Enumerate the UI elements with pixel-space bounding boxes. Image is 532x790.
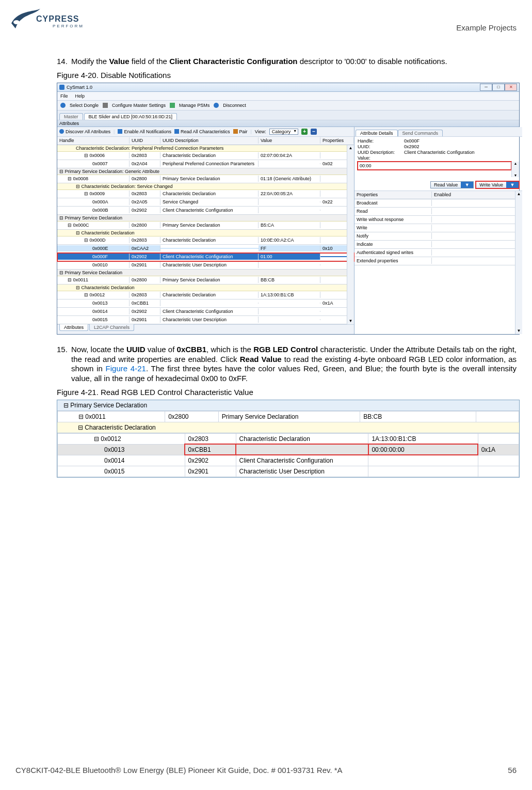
page-footer: CY8CKIT-042-BLE Bluetooth® Low Energy (B… <box>15 766 517 775</box>
bell-icon <box>118 129 122 134</box>
table-row[interactable]: 0x00130xCBB10x1A <box>57 299 354 308</box>
page-header: CYPRESS PERFORM Example Projects <box>15 10 517 36</box>
uuid-value: 0x2902 <box>404 144 420 149</box>
prop-row: Notify <box>354 232 522 241</box>
value-label: Value: <box>358 155 519 161</box>
table-row[interactable]: ⊟ 0x00080x2800Primary Service Declaratio… <box>57 175 354 183</box>
col-enabled[interactable]: Enabled <box>432 192 522 198</box>
gears-icon <box>103 103 108 108</box>
prop-row: Indicate <box>354 241 522 249</box>
col-props[interactable]: Properties <box>320 137 354 144</box>
group-cd-sc[interactable]: ⊟ Characteristic Declaration: Service Ch… <box>57 183 354 190</box>
uuiddesc-value: Client Characteristic Configuration <box>404 150 475 155</box>
col-properties[interactable]: Properties <box>354 192 432 198</box>
properties-scrollbar[interactable]: ▲▼ <box>515 191 522 334</box>
footer-page-number: 56 <box>508 766 517 775</box>
disconnect-button[interactable]: Disconnect <box>223 103 246 108</box>
attributes-section-header: Attributes <box>57 120 519 127</box>
enable-all-button[interactable]: Enable All Notifications <box>118 129 171 134</box>
attributes-left-pane: Discover All Attributes | Enable All Not… <box>57 127 354 334</box>
app-icon <box>59 85 65 90</box>
table-row[interactable]: ⊟ 0x00110x2800Primary Service Declaratio… <box>57 276 354 285</box>
table-row[interactable]: ⊟ 0x00120x2803Characteristic Declaration… <box>58 433 519 444</box>
manage-psms-button[interactable]: Manage PSMs <box>179 103 209 108</box>
prop-row: Authenticated signed writes <box>354 249 522 257</box>
discover-all-button[interactable]: Discover All Attributes <box>59 129 110 134</box>
pair-icon <box>233 129 238 134</box>
step-number: 14. <box>57 57 71 67</box>
table-row-selected[interactable]: 0x000F0x2902Client Characteristic Config… <box>57 253 354 261</box>
read-icon <box>174 129 179 134</box>
tab-l2cap[interactable]: L2CAP Channels <box>89 324 134 331</box>
table-row[interactable]: 0x00150x2901Characteristic User Descript… <box>57 316 354 324</box>
col-desc[interactable]: UUID Description <box>160 137 259 144</box>
group-cd-2[interactable]: ⊟ Characteristic Declaration <box>57 285 354 291</box>
group-psd-ga[interactable]: ⊟ Primary Service Declaration: Generic A… <box>57 168 354 175</box>
table-row[interactable]: ⊟ 0x000D0x2803Characteristic Declaration… <box>57 236 354 245</box>
table-row[interactable]: 0x00070x2A04Peripheral Preferred Connect… <box>57 160 354 168</box>
read-all-button[interactable]: Read All Characteristics <box>174 129 230 134</box>
uuid-label: UUID: <box>358 144 404 149</box>
menu-help[interactable]: Help <box>75 93 85 99</box>
group-psd-1[interactable]: ⊟ Primary Service Declaration <box>57 215 354 222</box>
view-select[interactable]: Category <box>269 129 299 135</box>
figure-4-21-link[interactable]: Figure 4-21 <box>106 364 146 373</box>
bluetooth-icon <box>60 103 66 108</box>
prop-row: Read <box>354 208 522 216</box>
table-row[interactable]: ⊟ 0x00110x2800Primary Service Declaratio… <box>58 411 519 422</box>
table-row[interactable]: 0x00140x2902Client Characteristic Config… <box>57 308 354 316</box>
step-15: 15. Now, locate the UUID value of 0xCBB1… <box>57 345 517 384</box>
table-row[interactable]: 0x00100x2901Characteristic User Descript… <box>57 261 354 270</box>
table-row[interactable]: ⊟ 0x00120x2803Characteristic Declaration… <box>57 291 354 299</box>
group-characteristic-declaration[interactable]: ⊟ Characteristic Declaration <box>57 422 519 433</box>
col-value[interactable]: Value <box>259 137 320 144</box>
write-value-button[interactable]: Write Value▼ <box>476 181 519 188</box>
wrench-icon <box>170 103 175 108</box>
maximize-button[interactable]: □ <box>492 84 505 91</box>
tab-attributes[interactable]: Attributes <box>59 324 88 331</box>
table-row[interactable]: 0x00140x2902Client Characteristic Config… <box>58 455 519 466</box>
group-cd-1[interactable]: ⊟ Characteristic Declaration <box>57 230 354 236</box>
logo-text: CYPRESS <box>36 14 79 24</box>
window-titlebar[interactable]: CySmart 1.0 ─ □ ✕ <box>57 83 519 92</box>
group-primary-service[interactable]: ⊟ Primary Service Declaration <box>57 400 519 411</box>
value-scrollbar[interactable]: ▲▼ <box>511 162 519 177</box>
group-cd-ppcp[interactable]: Characteristic Declaration: Peripheral P… <box>57 145 354 152</box>
table-row[interactable]: ⊟ 0x00090x2803Characteristic Declaration… <box>57 190 354 198</box>
expand-all-button[interactable]: + <box>301 129 308 135</box>
main-toolbar: Select Dongle Configure Master Settings … <box>57 101 519 110</box>
tab-master[interactable]: Master <box>59 113 83 120</box>
section-title: Example Projects <box>456 10 517 32</box>
read-value-button[interactable]: Read Value▼ <box>430 181 474 188</box>
collapse-all-button[interactable]: − <box>311 129 317 135</box>
attributes-toolbar: Discover All Attributes | Enable All Not… <box>57 127 354 137</box>
device-tabs: Master BLE Slider and LED [00:A0:50:16:0… <box>57 110 519 120</box>
tab-device[interactable]: BLE Slider and LED [00:A0:50:16:0D:21] <box>84 113 178 120</box>
disconnect-icon <box>214 103 219 108</box>
col-uuid[interactable]: UUID <box>130 137 160 144</box>
table-row[interactable]: 0x000E0xCAA2FF0x10 <box>57 245 354 253</box>
logo-subtext: PERFORM <box>53 24 84 28</box>
value-input[interactable]: 00:00 <box>358 162 511 170</box>
figure-4-20-caption: Figure 4-20. Disable Notifications <box>57 71 517 80</box>
configure-master-button[interactable]: Configure Master Settings <box>112 103 166 108</box>
group-psd-2[interactable]: ⊟ Primary Service Declaration <box>57 270 354 276</box>
pair-button[interactable]: Pair <box>233 129 248 134</box>
table-row[interactable]: 0x00150x2901Characteristic User Descript… <box>58 466 519 477</box>
table-row[interactable]: 0x000A0x2A05Service Changed0x22 <box>57 198 354 207</box>
menu-file[interactable]: File <box>60 93 68 99</box>
vertical-scrollbar[interactable]: ▲▼ <box>347 145 354 324</box>
table-row[interactable]: 0x000B0x2902Client Characteristic Config… <box>57 207 354 215</box>
table-row-highlighted[interactable]: 0x00130xCBB100:00:00:000x1A <box>58 444 519 455</box>
table-row[interactable]: ⊟ 0x00060x2803Characteristic Declaration… <box>57 152 354 160</box>
col-handle[interactable]: Handle <box>57 137 130 144</box>
step-text: Now, locate the UUID value of 0xCBB1, wh… <box>71 345 517 384</box>
select-dongle-button[interactable]: Select Dongle <box>70 103 99 108</box>
minimize-button[interactable]: ─ <box>480 84 492 91</box>
table-row[interactable]: ⊟ 0x000C0x2800Primary Service Declaratio… <box>57 222 354 230</box>
grid-header-row: Handle UUID UUID Description Value Prope… <box>57 137 354 145</box>
svg-point-0 <box>13 20 20 24</box>
close-button[interactable]: ✕ <box>505 84 517 91</box>
tab-attribute-details[interactable]: Attribute Details <box>356 130 398 136</box>
tab-send-commands[interactable]: Send Commands <box>398 130 443 136</box>
